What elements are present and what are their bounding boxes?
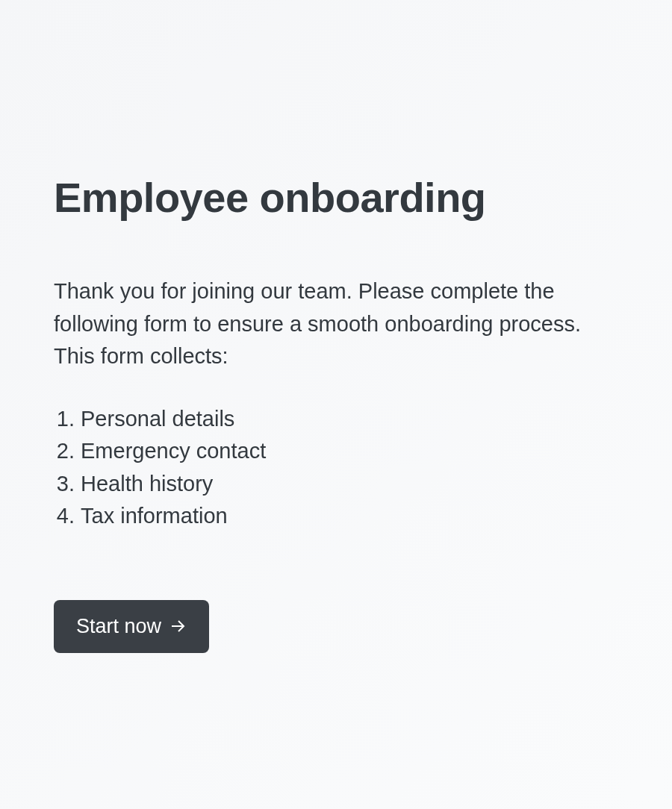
intro-text: Thank you for joining our team. Please c… (54, 275, 618, 373)
form-contents-list: Personal details Emergency contact Healt… (54, 403, 618, 533)
start-button-label: Start now (76, 615, 161, 638)
page-title: Employee onboarding (54, 173, 618, 222)
list-item: Health history (81, 468, 618, 501)
start-now-button[interactable]: Start now (54, 600, 209, 653)
list-item: Emergency contact (81, 435, 618, 468)
list-item: Personal details (81, 403, 618, 436)
list-item: Tax information (81, 500, 618, 533)
arrow-right-icon (169, 617, 187, 635)
